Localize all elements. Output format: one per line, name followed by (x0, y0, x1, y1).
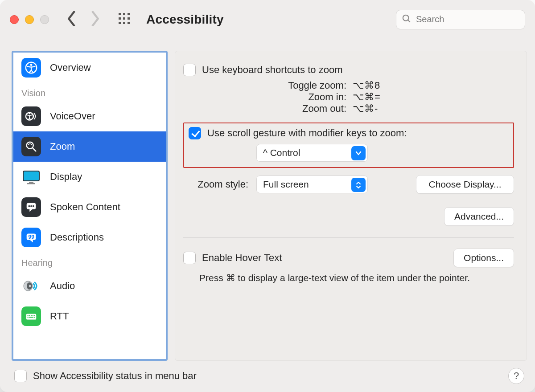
toggle-zoom-label: Toggle zoom: (183, 80, 353, 91)
sidebar-item-voiceover[interactable]: VoiceOver (13, 101, 166, 131)
sidebar-item-label: Audio (50, 280, 75, 292)
sidebar-item-rtt[interactable]: RTT (13, 301, 166, 331)
hover-text-checkbox[interactable] (183, 252, 196, 264)
svg-rect-8 (128, 22, 130, 24)
scroll-gesture-highlight: Use scroll gesture with modifier keys to… (183, 122, 514, 168)
sidebar-item-zoom[interactable]: Zoom (13, 131, 166, 162)
search-field[interactable] (396, 10, 525, 29)
voiceover-icon (21, 106, 41, 126)
sidebar-item-audio[interactable]: Audio (13, 271, 166, 301)
chevron-down-icon (351, 146, 366, 160)
zoom-icon (21, 137, 41, 156)
accessibility-icon (21, 58, 41, 78)
sidebar: Overview Vision VoiceOver Zoom Displa (12, 51, 168, 361)
sidebar-item-overview[interactable]: Overview (13, 53, 166, 83)
spoken-content-icon (21, 197, 41, 217)
svg-line-16 (33, 148, 36, 151)
svg-rect-34 (31, 315, 32, 316)
svg-rect-37 (28, 317, 29, 318)
svg-point-14 (29, 112, 30, 114)
modifier-key-select[interactable]: ^ Control (256, 144, 368, 162)
window-zoom-button[interactable] (40, 15, 49, 24)
keyboard-shortcuts-label: Use keyboard shortcuts to zoom (202, 64, 342, 76)
svg-rect-1 (123, 13, 125, 15)
audio-icon (21, 276, 41, 296)
zoom-style-select[interactable]: Full screen (256, 176, 368, 193)
svg-point-23 (30, 205, 32, 207)
sidebar-item-descriptions[interactable]: 99 Descriptions (13, 222, 166, 253)
svg-rect-4 (123, 17, 125, 20)
help-button[interactable]: ? (508, 368, 524, 384)
svg-point-30 (29, 285, 31, 287)
statusbar-checkbox[interactable] (14, 370, 27, 382)
sidebar-item-display[interactable]: Display (13, 162, 166, 192)
back-button[interactable] (67, 11, 77, 28)
rtt-icon (21, 306, 41, 326)
window-close-button[interactable] (10, 15, 19, 24)
scroll-gesture-checkbox[interactable] (189, 127, 201, 139)
zoom-out-keys: ⌥⌘- (353, 103, 378, 114)
svg-point-22 (28, 205, 30, 207)
zoom-style-label: Zoom style: (183, 179, 248, 190)
svg-point-12 (30, 64, 33, 66)
scroll-gesture-label: Use scroll gesture with modifier keys to… (207, 127, 407, 139)
sidebar-heading-hearing: Hearing (13, 253, 166, 271)
hover-text-label: Enable Hover Text (202, 252, 282, 264)
svg-rect-2 (128, 13, 130, 15)
divider (183, 237, 514, 238)
display-icon (21, 167, 41, 187)
svg-rect-7 (123, 22, 125, 24)
sidebar-item-label: Spoken Content (50, 201, 120, 213)
keyboard-shortcuts-checkbox[interactable] (183, 64, 196, 76)
svg-line-10 (408, 20, 410, 22)
zoom-in-keys: ⌥⌘= (353, 91, 381, 103)
zoom-in-label: Zoom in: (183, 91, 353, 103)
svg-rect-35 (33, 315, 33, 316)
zoom-style-value: Full screen (263, 179, 309, 190)
hover-options-button[interactable]: Options... (453, 249, 514, 267)
svg-rect-0 (119, 13, 121, 15)
svg-rect-32 (28, 315, 29, 316)
shortcut-list: Toggle zoom: ⌥⌘8 Zoom in: ⌥⌘= Zoom out: … (183, 80, 514, 114)
sidebar-item-label: Descriptions (50, 232, 104, 243)
sidebar-item-spoken-content[interactable]: Spoken Content (13, 192, 166, 222)
search-input[interactable] (415, 14, 530, 25)
statusbar-label: Show Accessibility status in menu bar (33, 370, 197, 382)
zoom-out-label: Zoom out: (183, 103, 353, 114)
toggle-zoom-keys: ⌥⌘8 (353, 80, 380, 91)
svg-rect-39 (29, 317, 33, 318)
search-icon (402, 14, 412, 25)
window-title: Accessibility (146, 12, 224, 27)
sidebar-item-label: RTT (50, 310, 69, 322)
descriptions-icon: 99 (21, 228, 41, 247)
show-all-prefs-button[interactable] (118, 12, 131, 27)
svg-rect-36 (34, 315, 35, 316)
svg-rect-6 (119, 22, 121, 24)
sidebar-heading-vision: Vision (13, 83, 166, 101)
svg-rect-19 (29, 182, 33, 183)
choose-display-button[interactable]: Choose Display... (416, 175, 514, 194)
sidebar-item-label: Overview (50, 62, 91, 74)
modifier-key-value: ^ Control (263, 147, 300, 158)
svg-rect-20 (27, 183, 35, 184)
svg-rect-38 (34, 317, 35, 318)
svg-text:99: 99 (28, 234, 34, 240)
stepper-caret-icon (351, 178, 366, 192)
hover-text-description: Press ⌘ to display a large-text view of … (199, 273, 514, 283)
svg-rect-33 (29, 315, 30, 316)
advanced-button[interactable]: Advanced... (444, 207, 514, 226)
forward-button[interactable] (90, 11, 100, 28)
window-minimize-button[interactable] (25, 15, 34, 24)
svg-point-24 (33, 205, 34, 207)
sidebar-item-label: Display (50, 171, 82, 183)
sidebar-item-label: VoiceOver (50, 110, 95, 122)
svg-rect-3 (119, 17, 121, 20)
content-panel: Use keyboard shortcuts to zoom Toggle zo… (175, 51, 527, 361)
svg-rect-17 (23, 171, 39, 181)
sidebar-item-label: Zoom (50, 141, 75, 152)
svg-rect-5 (128, 17, 130, 20)
